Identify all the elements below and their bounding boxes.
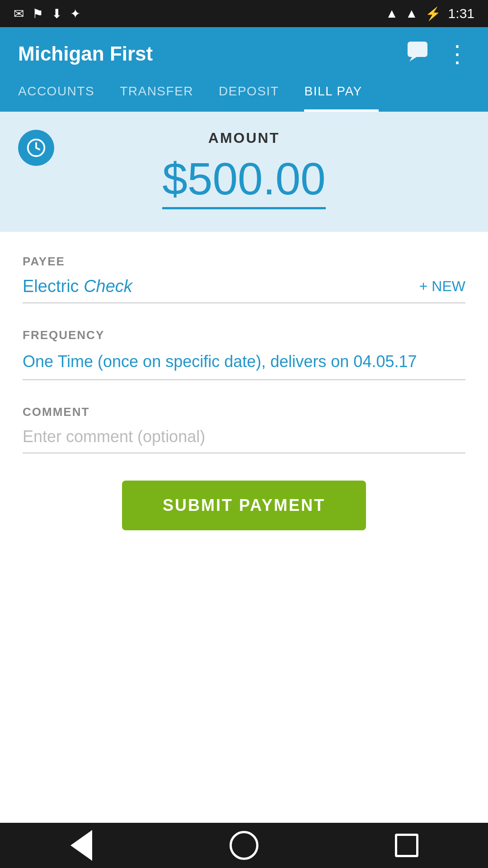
tab-deposit[interactable]: DEPOSIT	[219, 84, 295, 112]
header-top: Michigan First ⋮	[18, 40, 470, 68]
recents-button[interactable]	[389, 827, 425, 863]
settings-icon: ✦	[70, 6, 80, 21]
new-payee-button[interactable]: + NEW	[419, 278, 465, 295]
frequency-label: FREQUENCY	[23, 328, 465, 342]
mail-icon: ✉	[14, 6, 24, 21]
status-bar: ✉ ⚑ ⬇ ✦ ▲ ▲ ⚡ 1:31	[0, 0, 488, 27]
amount-value[interactable]: $500.00	[162, 154, 325, 209]
bottom-nav	[0, 823, 488, 868]
payee-label: PAYEE	[23, 255, 465, 269]
form-section: PAYEE Electric Check + NEW FREQUENCY One…	[0, 232, 488, 553]
back-icon	[70, 830, 92, 861]
nav-tabs: ACCOUNTS TRANSFER DEPOSIT BILL PAY	[18, 84, 470, 112]
submit-payment-button[interactable]: SUBMIT PAYMENT	[122, 481, 366, 530]
home-button[interactable]	[226, 827, 262, 863]
comment-input[interactable]	[23, 427, 465, 453]
payee-name-normal: Electric	[23, 277, 79, 296]
payee-field-group: PAYEE Electric Check + NEW	[23, 255, 465, 303]
tab-transfer[interactable]: TRANSFER	[120, 84, 210, 112]
comment-label: COMMENT	[23, 405, 465, 419]
svg-rect-0	[408, 42, 427, 57]
more-options-icon[interactable]: ⋮	[446, 40, 470, 67]
payee-value[interactable]: Electric Check	[23, 277, 132, 296]
app-header: Michigan First ⋮ ACCOUNTS TRANSFER DEPOS…	[0, 27, 488, 112]
submit-section: SUBMIT PAYMENT	[23, 481, 465, 530]
comment-field-group: COMMENT	[23, 405, 465, 453]
frequency-value[interactable]: One Time (once on specific date), delive…	[23, 350, 465, 380]
status-icons-right: ▲ ▲ ⚡ 1:31	[385, 6, 474, 21]
home-icon	[230, 831, 258, 860]
history-button[interactable]	[18, 130, 54, 166]
tab-bill-pay[interactable]: BILL PAY	[304, 84, 378, 112]
recents-icon	[395, 834, 418, 857]
amount-section: AMOUNT $500.00	[0, 112, 488, 232]
battery-icon: ⚡	[425, 6, 441, 21]
download-icon: ⬇	[52, 6, 62, 21]
status-icons-left: ✉ ⚑ ⬇ ✦	[14, 6, 80, 21]
chat-icon[interactable]	[406, 40, 429, 68]
back-button[interactable]	[63, 827, 99, 863]
header-actions: ⋮	[406, 40, 470, 68]
payee-row: Electric Check + NEW	[23, 277, 465, 303]
notification-icon: ⚑	[32, 6, 43, 21]
signal-icon: ▲	[405, 6, 418, 21]
tab-accounts[interactable]: ACCOUNTS	[18, 84, 111, 112]
clock-icon	[26, 138, 46, 158]
svg-marker-1	[409, 57, 417, 61]
amount-label: AMOUNT	[208, 130, 280, 146]
status-time: 1:31	[448, 6, 474, 21]
wifi-icon: ▲	[385, 6, 398, 21]
payee-name-italic: Check	[84, 277, 132, 296]
app-title: Michigan First	[18, 42, 153, 65]
frequency-field-group: FREQUENCY One Time (once on specific dat…	[23, 328, 465, 380]
